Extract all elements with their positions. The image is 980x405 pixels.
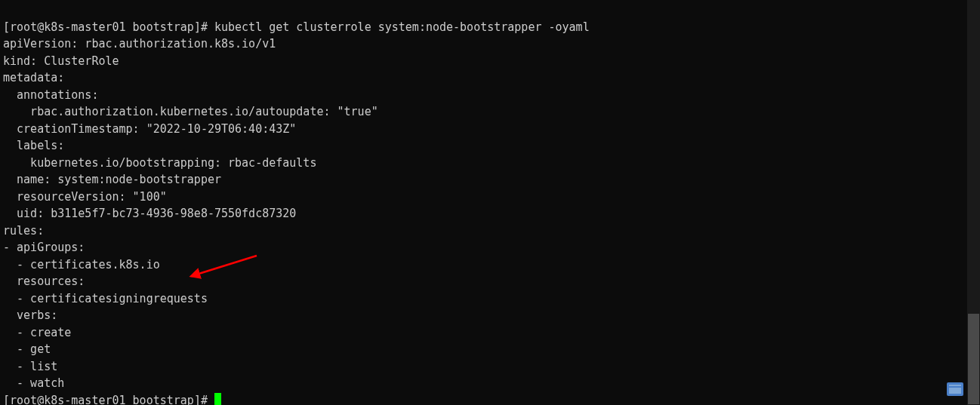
yaml-resources: resources: — [3, 275, 85, 288]
yaml-labels: labels: — [3, 139, 64, 152]
yaml-watch: - watch — [3, 376, 64, 390]
yaml-csr: - certificatesigningrequests — [3, 292, 208, 305]
yaml-name: name: system:node-bootstrapper — [3, 173, 221, 186]
yaml-apiversion: apiVersion: rbac.authorization.k8s.io/v1 — [3, 37, 276, 51]
scrollbar-thumb[interactable] — [968, 314, 979, 404]
yaml-metadata: metadata: — [3, 71, 64, 84]
command-text: kubectl get clusterrole system:node-boot… — [214, 20, 590, 34]
yaml-certificates: - certificates.k8s.io — [3, 258, 160, 272]
prompt-line-1: [root@k8s-master01 bootstrap]# kubectl g… — [3, 20, 590, 34]
yaml-verbs: verbs: — [3, 308, 57, 322]
yaml-autoupdate: rbac.authorization.kubernetes.io/autoupd… — [3, 105, 378, 118]
yaml-annotations: annotations: — [3, 88, 98, 102]
scrollbar-track[interactable] — [967, 0, 980, 405]
yaml-create: - create — [3, 326, 71, 339]
yaml-list: - list — [3, 360, 57, 373]
yaml-kind: kind: ClusterRole — [3, 54, 119, 68]
cursor-icon — [214, 393, 221, 405]
yaml-creationtimestamp: creationTimestamp: "2022-10-29T06:40:43Z… — [3, 122, 296, 136]
terminal-output[interactable]: [root@k8s-master01 bootstrap]# kubectl g… — [0, 0, 980, 405]
yaml-apigroups: - apiGroups: — [3, 241, 85, 254]
yaml-get: - get — [3, 342, 51, 356]
yaml-uid: uid: b311e5f7-bc73-4936-98e8-7550fdc8732… — [3, 207, 296, 220]
yaml-bootstrapping: kubernetes.io/bootstrapping: rbac-defaul… — [3, 156, 316, 170]
yaml-resourceversion: resourceVersion: "100" — [3, 190, 167, 204]
prompt-line-2: [root@k8s-master01 bootstrap]# — [3, 394, 221, 406]
yaml-rules: rules: — [3, 224, 44, 238]
show-desktop-icon[interactable] — [947, 382, 963, 396]
